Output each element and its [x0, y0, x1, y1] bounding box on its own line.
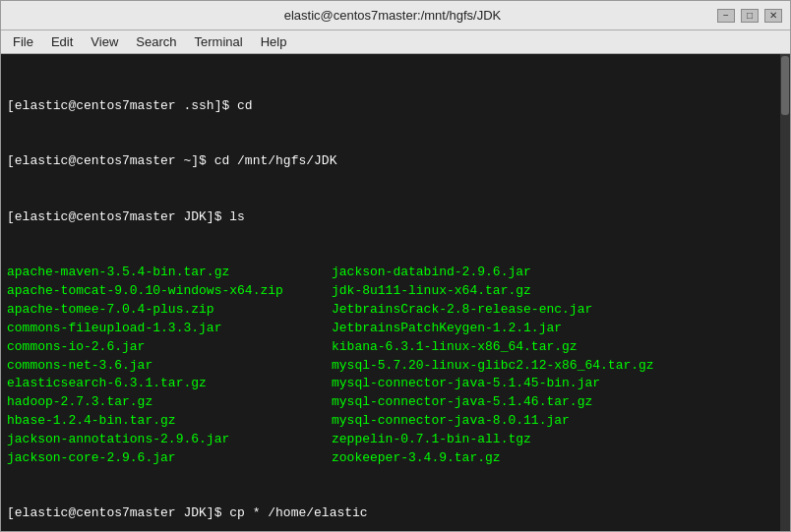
file-entry: hadoop-2.7.3.tar.gz [7, 393, 332, 412]
file-entry: hbase-1.2.4-bin.tar.gz [7, 412, 332, 431]
file-entry: zookeeper-3.4.9.tar.gz [332, 449, 784, 468]
last-command-line: [elastic@centos7master JDK]$ cp * /home/… [7, 504, 784, 523]
menu-item-terminal[interactable]: Terminal [187, 32, 251, 51]
title-bar: elastic@centos7master:/mnt/hgfs/JDK − □ … [1, 1, 790, 30]
last-command: [elastic@centos7master JDK]$ cp * /home/… [7, 504, 368, 523]
file-entry: commons-io-2.6.jar [7, 338, 332, 357]
line-3: [elastic@centos7master JDK]$ ls [7, 208, 245, 227]
file-entry: apache-maven-3.5.4-bin.tar.gz [7, 264, 332, 282]
menu-bar: FileEditViewSearchTerminalHelp [1, 30, 790, 54]
line-1: [elastic@centos7master .ssh]$ cd [7, 97, 253, 116]
file-entry: JetbrainsPatchKeygen-1.2.1.jar [332, 320, 784, 338]
maximize-button[interactable]: □ [741, 9, 759, 23]
menu-item-view[interactable]: View [83, 32, 126, 51]
menu-item-edit[interactable]: Edit [43, 32, 81, 51]
file-entry: commons-fileupload-1.3.3.jar [7, 320, 332, 338]
scrollbar-thumb[interactable] [781, 56, 789, 115]
menu-item-help[interactable]: Help [253, 32, 295, 51]
terminal-window: elastic@centos7master:/mnt/hgfs/JDK − □ … [0, 0, 791, 532]
file-entry: mysql-5.7.20-linux-glibc2.12-x86_64.tar.… [332, 357, 784, 376]
file-entry: jackson-databind-2.9.6.jar [332, 264, 784, 282]
terminal-body[interactable]: [elastic@centos7master .ssh]$ cd [elasti… [1, 54, 790, 531]
file-entry: commons-net-3.6.jar [7, 357, 332, 376]
file-entry: apache-tomee-7.0.4-plus.zip [7, 301, 332, 320]
file-entry: elasticsearch-6.3.1.tar.gz [7, 375, 332, 393]
file-entry: JetbrainsCrack-2.8-release-enc.jar [332, 301, 784, 320]
terminal-output: [elastic@centos7master .ssh]$ cd [elasti… [7, 60, 784, 531]
file-entry: mysql-connector-java-5.1.46.tar.gz [332, 393, 784, 412]
minimize-button[interactable]: − [717, 9, 735, 23]
file-entry: jackson-annotations-2.9.6.jar [7, 431, 332, 449]
menu-item-file[interactable]: File [5, 32, 41, 51]
file-entry: apache-tomcat-9.0.10-windows-x64.zip [7, 282, 332, 301]
file-entry: jackson-core-2.9.6.jar [7, 449, 332, 468]
window-title: elastic@centos7master:/mnt/hgfs/JDK [68, 8, 717, 23]
menu-item-search[interactable]: Search [128, 32, 184, 51]
file-entry: mysql-connector-java-8.0.11.jar [332, 412, 784, 431]
scrollbar[interactable] [780, 54, 790, 531]
line-2: [elastic@centos7master ~]$ cd /mnt/hgfs/… [7, 152, 336, 171]
files-col1: apache-maven-3.5.4-bin.tar.gzapache-tomc… [7, 264, 332, 467]
window-controls: − □ ✕ [717, 9, 782, 23]
file-entry: mysql-connector-java-5.1.45-bin.jar [332, 375, 784, 393]
files-col2: jackson-databind-2.9.6.jarjdk-8u111-linu… [332, 264, 784, 467]
file-entry: zeppelin-0.7.1-bin-all.tgz [332, 431, 784, 449]
file-entry: kibana-6.3.1-linux-x86_64.tar.gz [332, 338, 784, 357]
close-button[interactable]: ✕ [764, 9, 782, 23]
file-entry: jdk-8u111-linux-x64.tar.gz [332, 282, 784, 301]
files-listing: apache-maven-3.5.4-bin.tar.gzapache-tomc… [7, 264, 784, 467]
